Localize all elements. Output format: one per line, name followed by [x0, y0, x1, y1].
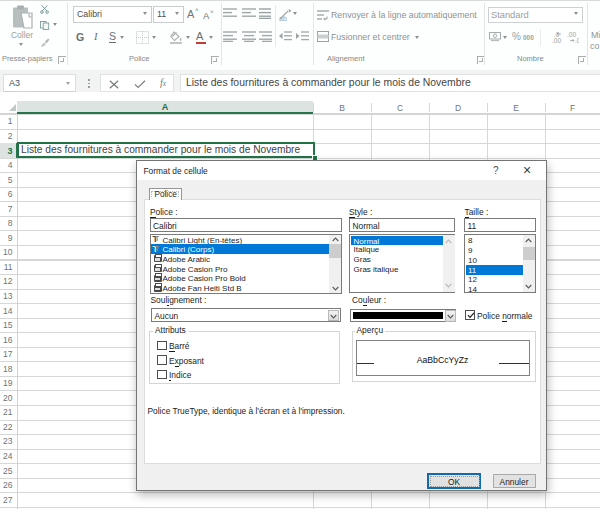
svg-text:.00: .00 — [552, 37, 561, 44]
svg-text:ab: ab — [279, 15, 287, 22]
svg-text:.0: .0 — [575, 37, 579, 44]
